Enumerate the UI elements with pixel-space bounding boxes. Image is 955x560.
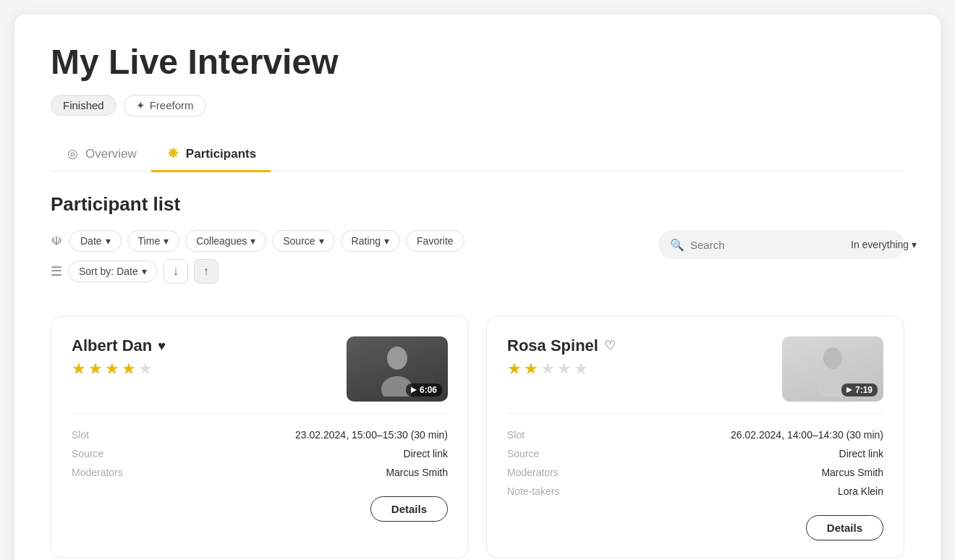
cards-row: Albert Dan ♥ ★ ★ ★ ★ ★ bbox=[51, 315, 904, 559]
card-top-albert: Albert Dan ♥ ★ ★ ★ ★ ★ bbox=[72, 336, 448, 402]
scope-chevron-icon: ▾ bbox=[912, 239, 917, 250]
rating-filter-btn[interactable]: Rating ▾ bbox=[341, 230, 400, 252]
time-chevron-icon: ▾ bbox=[164, 235, 169, 247]
filters-left: ☫ Date ▾ Time ▾ Colleagues ▾ Source ▾ bbox=[51, 230, 658, 298]
filters-row: ☫ Date ▾ Time ▾ Colleagues ▾ Source ▾ bbox=[51, 230, 658, 252]
details-btn-rosa[interactable]: Details bbox=[806, 515, 883, 540]
star-3: ★ bbox=[540, 360, 555, 378]
card-info-albert: Slot 23.02.2024, 15:00–15:30 (30 min) So… bbox=[72, 425, 448, 482]
participant-name-albert: Albert Dan ♥ bbox=[72, 336, 166, 355]
search-icon: 🔍 bbox=[670, 238, 684, 252]
time-filter-btn[interactable]: Time ▾ bbox=[127, 230, 180, 252]
star-3: ★ bbox=[105, 360, 119, 378]
participant-card-rosa-spinel: Rosa Spinel ♡ ★ ★ ★ ★ ★ bbox=[486, 315, 904, 559]
card-divider-albert bbox=[72, 413, 448, 414]
moderators-row-rosa: Moderators Marcus Smith bbox=[507, 463, 883, 482]
colleagues-filter-btn[interactable]: Colleagues ▾ bbox=[185, 230, 266, 252]
arrow-down-icon: ↓ bbox=[173, 265, 179, 278]
date-chevron-icon: ▾ bbox=[106, 235, 111, 247]
page-title: My Live Interview bbox=[51, 43, 904, 82]
favorite-filter-btn[interactable]: Favorite bbox=[406, 230, 464, 252]
participant-name-rosa: Rosa Spinel ♡ bbox=[507, 336, 616, 355]
card-info-rosa: Slot 26.02.2024, 14:00–14:30 (30 min) So… bbox=[507, 425, 883, 501]
page-container: My Live Interview Finished ✦ Freeform ◎ … bbox=[14, 14, 941, 560]
card-top-rosa: Rosa Spinel ♡ ★ ★ ★ ★ ★ bbox=[507, 336, 883, 402]
card-name-area-albert: Albert Dan ♥ ★ ★ ★ ★ ★ bbox=[72, 336, 166, 378]
slot-row-rosa: Slot 26.02.2024, 14:00–14:30 (30 min) bbox=[507, 425, 883, 444]
sort-chevron-icon: ▾ bbox=[142, 266, 147, 277]
search-scope-btn[interactable]: In everything ▾ bbox=[851, 239, 917, 250]
search-box: 🔍 In everything ▾ bbox=[658, 230, 904, 259]
tab-participants[interactable]: ❋ Participants bbox=[151, 138, 271, 172]
participant-card-albert-dan: Albert Dan ♥ ★ ★ ★ ★ ★ bbox=[51, 315, 469, 559]
card-footer-rosa: Details bbox=[507, 515, 883, 540]
sort-icon: ☰ bbox=[51, 263, 62, 279]
star-2: ★ bbox=[524, 360, 538, 378]
favorite-heart-icon-rosa[interactable]: ♡ bbox=[604, 338, 616, 354]
tabs-row: ◎ Overview ❋ Participants bbox=[51, 138, 904, 172]
star-1: ★ bbox=[72, 360, 86, 378]
type-badge: ✦ Freeform bbox=[124, 95, 206, 116]
stars-rosa: ★ ★ ★ ★ ★ bbox=[507, 360, 616, 378]
details-btn-albert[interactable]: Details bbox=[370, 496, 448, 522]
tab-overview[interactable]: ◎ Overview bbox=[51, 138, 151, 172]
badges-row: Finished ✦ Freeform bbox=[51, 95, 904, 116]
star-1: ★ bbox=[507, 360, 522, 378]
play-icon-albert bbox=[411, 387, 417, 393]
sort-asc-btn[interactable]: ↓ bbox=[164, 259, 188, 284]
moderators-row-albert: Moderators Marcus Smith bbox=[72, 463, 448, 482]
status-badge: Finished bbox=[51, 95, 116, 116]
star-5: ★ bbox=[138, 360, 153, 378]
participants-icon: ❋ bbox=[166, 147, 180, 161]
favorite-heart-icon-albert[interactable]: ♥ bbox=[158, 339, 166, 354]
star-4: ★ bbox=[122, 360, 136, 378]
filter-icon: ☫ bbox=[51, 233, 62, 249]
sort-by-btn[interactable]: Sort by: Date ▾ bbox=[68, 260, 158, 282]
note-takers-row-rosa: Note-takers Lora Klein bbox=[507, 482, 883, 501]
play-icon-rosa bbox=[846, 387, 852, 393]
svg-point-0 bbox=[387, 347, 407, 370]
source-row-rosa: Source Direct link bbox=[507, 444, 883, 463]
date-filter-btn[interactable]: Date ▾ bbox=[69, 230, 122, 252]
rating-chevron-icon: ▾ bbox=[384, 235, 389, 247]
star-5: ★ bbox=[574, 360, 588, 378]
arrow-up-icon: ↑ bbox=[203, 265, 209, 278]
filters-search-wrapper: ☫ Date ▾ Time ▾ Colleagues ▾ Source ▾ bbox=[51, 230, 904, 298]
video-thumbnail-rosa[interactable]: 7:19 bbox=[782, 336, 883, 402]
source-row-albert: Source Direct link bbox=[72, 444, 448, 463]
card-footer-albert: Details bbox=[72, 496, 448, 522]
section-title: Participant list bbox=[51, 193, 904, 216]
star-4: ★ bbox=[557, 360, 572, 378]
overview-icon: ◎ bbox=[65, 147, 80, 161]
search-input[interactable] bbox=[690, 239, 828, 251]
source-chevron-icon: ▾ bbox=[319, 235, 324, 247]
source-filter-btn[interactable]: Source ▾ bbox=[272, 230, 334, 252]
freeform-icon: ✦ bbox=[136, 99, 145, 112]
star-2: ★ bbox=[88, 360, 103, 378]
card-divider-rosa bbox=[507, 413, 883, 414]
video-duration-rosa: 7:19 bbox=[841, 383, 878, 396]
svg-point-2 bbox=[823, 347, 842, 369]
stars-albert: ★ ★ ★ ★ ★ bbox=[72, 360, 166, 378]
sort-row: ☰ Sort by: Date ▾ ↓ ↑ bbox=[51, 259, 658, 284]
slot-row-albert: Slot 23.02.2024, 15:00–15:30 (30 min) bbox=[72, 425, 448, 444]
colleagues-chevron-icon: ▾ bbox=[250, 235, 255, 247]
video-thumbnail-albert[interactable]: 6:06 bbox=[347, 336, 448, 402]
video-duration-albert: 6:06 bbox=[406, 383, 442, 396]
card-name-area-rosa: Rosa Spinel ♡ ★ ★ ★ ★ ★ bbox=[507, 336, 616, 378]
sort-desc-btn[interactable]: ↑ bbox=[194, 259, 218, 284]
